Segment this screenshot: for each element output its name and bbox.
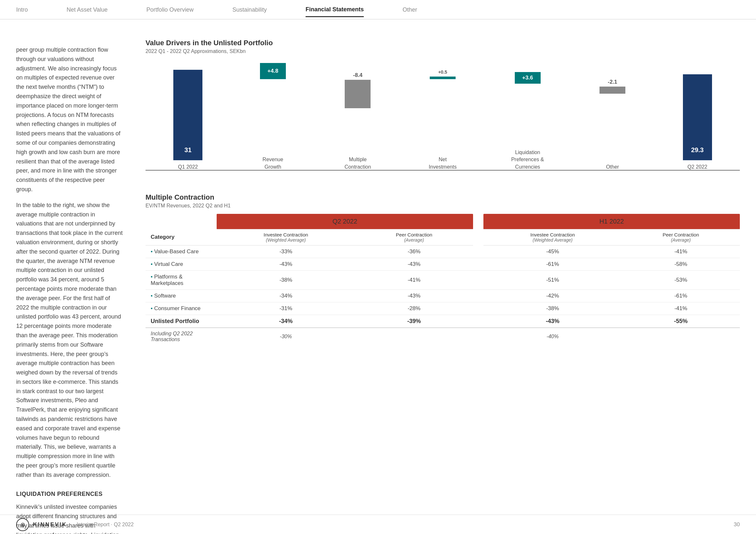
table-row: Value-Based Care -33% -36% -45% -41% [146, 245, 740, 258]
bar-other-val-above: -2.1 [608, 79, 617, 85]
bar-q1-2022: 31 Q1 2022 [146, 61, 230, 170]
q2-inv-cell: -43% [217, 258, 355, 271]
q2-peer-cell: -36% [355, 245, 473, 258]
bar-q2-value: 29.3 [691, 146, 704, 154]
category-cell: Virtual Care [146, 258, 217, 271]
q2-inv-cell: -34% [217, 290, 355, 302]
h1-peer-header: Peer Contraction (Average) [622, 229, 740, 245]
col3-sub-label: (Weighted Average) [489, 238, 617, 242]
col2-sub-label: (Average) [360, 238, 468, 242]
bar-revenue-growth: +4.8 RevenueGrowth [230, 61, 315, 170]
incl-category: Including Q2 2022 Transactions [146, 328, 217, 346]
h1-inv-cell: -45% [483, 245, 622, 258]
main-content: peer group multiple contraction flow thr… [0, 32, 756, 515]
incl-h1-peer [622, 328, 740, 346]
q2-inv-header: Investee Contraction (Weighted Average) [217, 229, 355, 245]
bar-liquidation: +3.6 LiquidationPreferences &Currencies [485, 61, 570, 170]
table-row: Software -34% -43% -42% -61% [146, 290, 740, 302]
bar-liq-val: +3.6 [522, 75, 533, 81]
chart-section: Value Drivers in the Unlisted Portfolio … [146, 39, 740, 180]
table-title: Multiple Contraction [146, 193, 740, 202]
footer-logo: ⊗ KINNEVIK [16, 518, 67, 531]
bar-q1-value: 31 [184, 146, 191, 154]
table-subtitle: EV/NTM Revenues, 2022 Q2 and H1 [146, 203, 740, 209]
total-h1-peer: -55% [622, 315, 740, 328]
q2-inv-cell: -31% [217, 302, 355, 315]
nav-intro[interactable]: Intro [16, 7, 28, 16]
brand-name: KINNEVIK [33, 521, 67, 528]
footer: ⊗ KINNEVIK Interim Report · Q2 2022 30 [0, 515, 756, 534]
nav-financial-statements[interactable]: Financial Statements [306, 6, 364, 17]
q2-peer-cell: -28% [355, 302, 473, 315]
h1-peer-cell: -53% [622, 271, 740, 290]
bar-q2-2022: 29.3 Q2 2022 [655, 61, 740, 170]
h1-peer-cell: -61% [622, 290, 740, 302]
col1-sub-label: (Weighted Average) [222, 238, 350, 242]
chart-subtitle: 2022 Q1 - 2022 Q2 Approximations, SEKbn [146, 48, 740, 54]
bar-other: -2.1 Other [570, 61, 655, 170]
category-cell: Platforms & Marketplaces [146, 271, 217, 290]
bar-q1-label: Q1 2022 [178, 164, 198, 170]
category-cell: Software [146, 290, 217, 302]
total-q2-peer: -39% [355, 315, 473, 328]
bar-multiple-val-above: -8.4 [353, 72, 363, 79]
q2-peer-header: Peer Contraction (Average) [355, 229, 473, 245]
bar-net-investments: +0.5 NetInvestments [400, 61, 485, 170]
category-cell: Value-Based Care [146, 245, 217, 258]
incl-row: Including Q2 2022 Transactions -30% -40% [146, 328, 740, 346]
col2-label: Peer Contraction [360, 232, 468, 238]
category-cell: Consumer Finance [146, 302, 217, 315]
bar-net-val: +0.5 [438, 69, 447, 75]
kinnevik-logo-icon: ⊗ [16, 518, 29, 531]
body-text-1: peer group multiple contraction flow thr… [16, 45, 123, 194]
h1-inv-cell: -42% [483, 290, 622, 302]
incl-q2-peer [355, 328, 473, 346]
body-text-2: In the table to the right, we show the a… [16, 201, 123, 480]
q2-inv-cell: -33% [217, 245, 355, 258]
bar-revenue-value: +4.8 [267, 68, 279, 74]
table-row: Consumer Finance -31% -28% -38% -41% [146, 302, 740, 315]
h1-inv-header: Investee Contraction (Weighted Average) [483, 229, 622, 245]
bar-multiple-contraction: -8.4 MultipleContraction [315, 61, 400, 170]
h1-inv-cell: -38% [483, 302, 622, 315]
total-category: Unlisted Portfolio [146, 315, 217, 328]
incl-q2-inv: -30% [217, 328, 355, 346]
left-column: peer group multiple contraction flow thr… [0, 32, 136, 515]
col4-label: Peer Contraction [627, 232, 735, 238]
bar-other-label: Other [606, 164, 619, 170]
bar-liq-label: LiquidationPreferences &Currencies [511, 149, 544, 170]
q2-peer-cell: -43% [355, 290, 473, 302]
col1-label: Investee Contraction [222, 232, 350, 238]
chart-title: Value Drivers in the Unlisted Portfolio [146, 39, 740, 47]
q2-header: Q2 2022 [217, 214, 473, 229]
q2-peer-cell: -41% [355, 271, 473, 290]
top-navigation: Intro Net Asset Value Portfolio Overview… [0, 0, 756, 19]
h1-inv-cell: -51% [483, 271, 622, 290]
total-q2-inv: -34% [217, 315, 355, 328]
nav-sustainability[interactable]: Sustainability [232, 7, 267, 16]
page-number: 30 [734, 521, 740, 528]
table-section: Multiple Contraction EV/NTM Revenues, 20… [146, 193, 740, 345]
bar-revenue-label: RevenueGrowth [262, 156, 283, 170]
col3-label: Investee Contraction [489, 232, 617, 238]
h1-peer-cell: -41% [622, 302, 740, 315]
table-row: Platforms & Marketplaces -38% -41% -51% … [146, 271, 740, 290]
contraction-table: Q2 2022 H1 2022 Category Investee Contra… [146, 214, 740, 345]
col4-sub-label: (Average) [627, 238, 735, 242]
liquidation-preferences-title: LIQUIDATION PREFERENCES [16, 490, 123, 499]
q2-peer-cell: -43% [355, 258, 473, 271]
table-row: Virtual Care -43% -43% -61% -58% [146, 258, 740, 271]
total-row: Unlisted Portfolio -34% -39% -43% -55% [146, 315, 740, 328]
bar-multiple-label: MultipleContraction [345, 156, 371, 170]
nav-portfolio-overview[interactable]: Portfolio Overview [147, 7, 194, 16]
right-column: Value Drivers in the Unlisted Portfolio … [136, 32, 756, 515]
total-h1-inv: -43% [483, 315, 622, 328]
q2-inv-cell: -38% [217, 271, 355, 290]
h1-peer-cell: -58% [622, 258, 740, 271]
h1-header: H1 2022 [483, 214, 740, 229]
nav-other[interactable]: Other [403, 7, 417, 16]
nav-net-asset-value[interactable]: Net Asset Value [67, 7, 108, 16]
category-col-header: Category [146, 229, 217, 245]
report-label: Interim Report · Q2 2022 [77, 522, 134, 527]
bar-q2-label: Q2 2022 [688, 164, 707, 170]
